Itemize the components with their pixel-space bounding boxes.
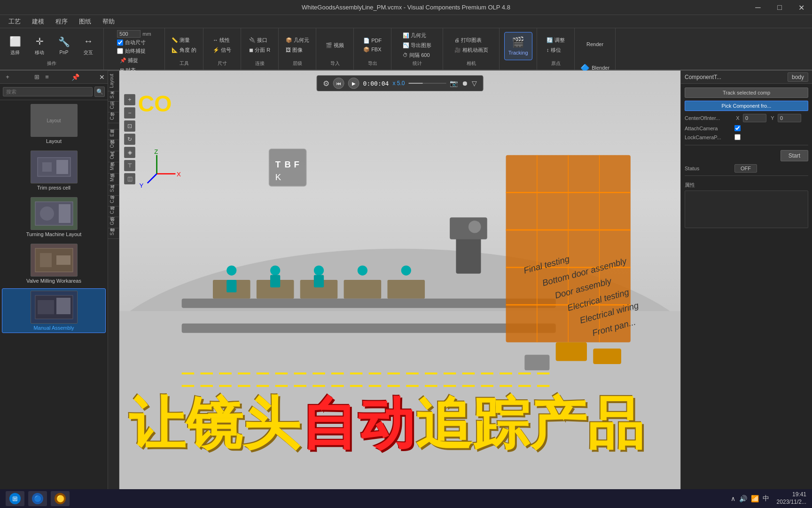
import-geom-button[interactable]: 📦 几何元 <box>283 36 312 45</box>
minimize-button[interactable]: ─ <box>747 0 769 15</box>
measure-button[interactable]: 📏 测量 <box>169 36 199 45</box>
settings-icon[interactable]: ⚙ <box>323 79 329 88</box>
list-item[interactable]: Manual Assembly <box>2 288 106 333</box>
search-input[interactable] <box>3 87 93 96</box>
attach-camera-checkbox[interactable] <box>734 125 741 131</box>
ribbon-section-camera: 🖨 打印图表 🎥 相机动画页 相机 <box>443 28 500 70</box>
list-item[interactable]: Turning Machine Layout <box>2 195 106 239</box>
center-x-input[interactable] <box>743 114 766 122</box>
tracking-ribbon-button[interactable]: 🎬 Tracking <box>504 32 532 60</box>
rewind-button[interactable]: ⏮ <box>333 78 344 89</box>
menu-item-gongyi[interactable]: 工艺 <box>4 16 25 27</box>
menu-item-bangzhu[interactable]: 帮助 <box>98 16 119 27</box>
volume-icon[interactable]: 🔊 <box>739 495 747 502</box>
language-icon[interactable]: 中 <box>763 494 769 503</box>
add-button[interactable]: + <box>3 72 12 82</box>
category-item-facility[interactable]: 设施O. <box>108 140 119 151</box>
expand-tray-icon[interactable]: ∧ <box>731 495 735 502</box>
always-snap-checkbox[interactable]: 始终捕捉 <box>117 48 151 55</box>
start-button[interactable]: Start <box>781 150 808 161</box>
snap-button[interactable]: 📌 捕捉 <box>117 56 151 65</box>
play-button[interactable]: ▶ <box>348 78 359 89</box>
interval-button[interactable]: ⏱ 间隔 600 <box>400 51 434 60</box>
adjust-button[interactable]: 🔄 调整 <box>544 36 568 45</box>
category-item-custom[interactable]: 定制 <box>108 238 119 245</box>
category-item-roller[interactable]: 滚道M. <box>108 162 119 173</box>
category-item-layout[interactable]: Layout <box>108 71 119 91</box>
search-button[interactable]: 🔍 <box>94 87 105 97</box>
properties-label: 属性 <box>685 180 808 190</box>
camera-toggle[interactable]: 📷 <box>450 79 458 87</box>
export-graph-button[interactable]: 📉 导出图形 <box>400 41 434 50</box>
category-item-process[interactable]: 加工C. <box>108 101 119 112</box>
import-image-button[interactable]: 🖼 图像 <box>283 46 312 55</box>
pnp-button[interactable]: 🔧 PnP <box>53 31 75 59</box>
center-y-input[interactable] <box>778 114 801 122</box>
lock-camera-checkbox[interactable] <box>734 134 741 140</box>
taskbar-clock[interactable]: 19:41 2023/11/2... <box>777 491 806 506</box>
import-video-button[interactable]: 🎬 视频 <box>323 41 347 50</box>
ribbon-toolbar: ⬜ 选择 ✛ 移动 🔧 PnP ↔ 交互 操作 mm <box>0 28 812 71</box>
more-options[interactable]: ▽ <box>472 79 477 87</box>
taskbar-app-vc[interactable]: 🔵 <box>28 491 47 506</box>
list-item[interactable]: Layout Layout <box>2 102 106 146</box>
linear-button[interactable]: ↔ 线性 <box>210 36 234 45</box>
svg-text:B: B <box>285 159 291 169</box>
taskbar-app-windows[interactable]: ⊞ <box>6 491 24 506</box>
panel-close-button[interactable]: ✕ <box>99 73 105 81</box>
list-view-button[interactable]: ≡ <box>42 72 52 82</box>
grid-view-button[interactable]: ⊞ <box>32 72 41 82</box>
3d-viewport[interactable]: Final testing Bottom door assembly Door … <box>119 71 680 489</box>
fit-view-button[interactable]: ⊡ <box>124 120 135 132</box>
interface-button[interactable]: 🔌 接口 <box>246 36 273 45</box>
category-item-basic[interactable]: 基本S. <box>108 91 119 101</box>
menu-item-chengxu[interactable]: 程序 <box>51 16 72 27</box>
camera-anim-button[interactable]: 🎥 相机动画页 <box>452 46 491 55</box>
category-item-physics[interactable]: 物理S. <box>108 228 119 238</box>
export-fbx-button[interactable]: 📦 FBX <box>360 46 384 54</box>
close-button[interactable]: ✕ <box>790 0 812 15</box>
menu-item-tuzhi[interactable]: 图纸 <box>74 16 96 27</box>
interact-button[interactable]: ↔ 交互 <box>77 31 100 59</box>
category-item-transport[interactable]: 输送M. <box>108 173 119 184</box>
menu-item-jianmo[interactable]: 建模 <box>27 16 49 27</box>
signal-button[interactable]: ⚡ 信号 <box>210 46 234 55</box>
category-item-robot[interactable]: 机器人 <box>108 123 119 129</box>
top-view-button[interactable]: ⊤ <box>124 160 135 171</box>
pick-component-button[interactable]: Pick Component fro... <box>685 101 808 111</box>
pin-button[interactable]: 📌 <box>71 73 79 81</box>
select-button[interactable]: ⬜ 选择 <box>4 31 26 59</box>
print-chart-button[interactable]: 🖨 打印图表 <box>452 36 491 45</box>
front-view-button[interactable]: ◫ <box>124 173 135 184</box>
move-button[interactable]: ✛ 移动 <box>28 31 51 59</box>
list-item[interactable]: Trim press cell <box>2 149 106 192</box>
right-panel: ComponentT... body Track selected comp P… <box>680 71 812 489</box>
grid-size-input[interactable] <box>117 30 141 38</box>
attach-camera-label: AttachCamera <box>685 126 732 131</box>
category-item-fixture[interactable]: 工具O. <box>108 151 119 162</box>
category-item-package[interactable]: 包装C. <box>108 195 119 206</box>
shift-button[interactable]: ↕ 移位 <box>544 46 568 55</box>
timeline-slider[interactable] <box>408 83 446 84</box>
category-item-tools[interactable]: 用具E. <box>108 129 119 139</box>
category-item-machine[interactable]: 机器S. <box>108 184 119 195</box>
track-selected-button[interactable]: Track selected comp <box>685 87 808 98</box>
zoom-out-button[interactable]: − <box>124 107 135 119</box>
category-item-base[interactable]: 基础C. <box>108 206 119 217</box>
render-button[interactable]: Render <box>584 30 606 58</box>
maximize-button[interactable]: □ <box>769 0 790 15</box>
face-button[interactable]: ◼ 分面 R <box>246 46 273 55</box>
taskbar-app-2[interactable]: 🟡 <box>51 491 70 506</box>
record-button[interactable]: ⏺ <box>461 79 468 87</box>
export-pdf-button[interactable]: 📄 PDF <box>360 37 384 45</box>
perspective-button[interactable]: ◈ <box>124 147 135 158</box>
auto-size-checkbox[interactable]: 自动尺寸 <box>117 39 151 46</box>
category-item-scene[interactable]: 场景G. <box>108 217 119 228</box>
geom-stats-button[interactable]: 📊 几何元 <box>400 31 434 40</box>
category-item-conveyor[interactable]: 传送C. <box>108 112 119 123</box>
rotate-button[interactable]: ↻ <box>124 134 135 145</box>
network-icon[interactable]: 📶 <box>751 495 759 502</box>
list-item[interactable]: Valve Milling Workareas <box>2 242 106 286</box>
angle-button[interactable]: 📐 角度 的 <box>169 46 199 55</box>
zoom-in-button[interactable]: + <box>124 94 135 105</box>
